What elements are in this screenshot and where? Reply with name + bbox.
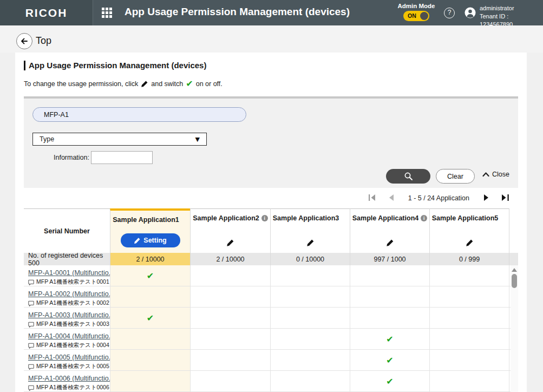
permission-cell[interactable]: ✔ — [110, 329, 190, 349]
permission-cell[interactable]: ✔ — [350, 286, 429, 307]
permission-cell[interactable]: ✔ — [190, 308, 270, 328]
app-header-3: Sample Application3 i — [270, 208, 350, 253]
chevron-down-icon: ▼ — [195, 136, 200, 143]
help-icon[interactable]: ? — [444, 8, 455, 18]
table-row: MFP-A1-0006 (Multifunctio... MFP A1機番検索テ… — [24, 371, 518, 392]
permission-cell[interactable]: ✔ — [190, 371, 270, 391]
permission-cell[interactable]: ✔ — [429, 308, 509, 328]
comment-icon — [28, 322, 34, 328]
pagination-label: 1 - 5 / 24 Application — [408, 194, 469, 202]
device-link[interactable]: MFP-A1-0003 (Multifunctio... — [28, 311, 114, 319]
pagination: 1 - 5 / 24 Application — [24, 188, 518, 208]
keyword-input[interactable] — [32, 107, 246, 122]
device-link[interactable]: MFP-A1-0005 (Multifunctio... — [28, 354, 114, 361]
permission-cell[interactable]: ✔ — [110, 265, 190, 286]
permission-cell[interactable]: ✔ — [190, 350, 270, 370]
permission-cell[interactable]: ✔ — [429, 371, 509, 391]
check-icon: ✔ — [186, 79, 193, 89]
scroll-up-arrow-icon[interactable] — [512, 268, 517, 272]
permission-cell[interactable]: ✔ — [350, 371, 429, 391]
permission-cell[interactable]: ✔ — [270, 329, 350, 349]
edit-permission-button[interactable] — [430, 238, 509, 247]
device-subtext: MFP A1機番検索テスト0004 — [36, 342, 109, 349]
pencil-icon — [134, 237, 141, 244]
permission-cell[interactable]: ✔ — [350, 329, 429, 349]
permission-cell[interactable]: ✔ — [350, 350, 429, 370]
edit-permission-button[interactable] — [350, 238, 429, 247]
info-icon[interactable]: i — [421, 215, 427, 221]
permission-cell[interactable]: ✔ — [110, 308, 190, 328]
registered-devices-label: No. of registered devices 500 — [24, 253, 110, 265]
app-header-5: Sample Application5 i — [429, 208, 509, 253]
app-header-4: Sample Application4 i — [350, 208, 429, 253]
permission-cell[interactable]: ✔ — [270, 371, 350, 391]
permission-table: Serial Number Sample Application1 i Sett… — [24, 208, 518, 392]
pencil-icon — [141, 80, 148, 88]
previous-page-button[interactable] — [388, 194, 394, 202]
permission-cell[interactable]: ✔ — [190, 329, 270, 349]
permission-cell[interactable]: ✔ — [429, 350, 509, 370]
permission-cell[interactable]: ✔ — [110, 350, 190, 370]
registered-count-app2: 2 / 10000 — [190, 253, 270, 265]
back-label[interactable]: Top — [36, 35, 51, 47]
back-button[interactable] — [16, 33, 32, 49]
device-link[interactable]: MFP-A1-0001 (Multifunctio... — [28, 269, 114, 277]
admin-mode-label: Admin Mode — [397, 3, 436, 9]
table-row: MFP-A1-0004 (Multifunctio... MFP A1機番検索テ… — [24, 329, 518, 350]
breadcrumb: Top — [0, 25, 543, 53]
apps-grid-icon[interactable] — [102, 8, 112, 18]
permission-cell[interactable]: ✔ — [110, 371, 190, 391]
permission-cell[interactable]: ✔ — [110, 286, 190, 307]
app-header-2: Sample Application2 i — [190, 208, 270, 253]
permission-cell[interactable]: ✔ — [270, 286, 350, 307]
toggle-knob — [420, 12, 428, 20]
page-title: App Usage Permission Management (devices… — [24, 61, 206, 70]
device-link[interactable]: MFP-A1-0004 (Multifunctio... — [28, 332, 114, 340]
device-link[interactable]: MFP-A1-0006 (Multifunctio... — [28, 375, 114, 382]
admin-mode-toggle[interactable]: ON — [403, 11, 429, 21]
comment-icon — [28, 279, 34, 285]
setting-button[interactable]: Setting — [121, 233, 180, 247]
next-page-button[interactable] — [483, 194, 489, 202]
type-dropdown[interactable]: Type ▼ — [32, 133, 207, 146]
info-icon[interactable]: i — [261, 215, 268, 221]
table-header-row: Serial Number Sample Application1 i Sett… — [24, 208, 518, 253]
device-subtext: MFP A1機番検索テスト0001 — [36, 278, 109, 286]
pencil-icon — [226, 239, 234, 247]
permission-cell[interactable]: ✔ — [270, 308, 350, 328]
table-row: MFP-A1-0001 (Multifunctio... MFP A1機番検索テ… — [24, 265, 518, 286]
information-input[interactable] — [91, 151, 153, 164]
close-button[interactable]: Close — [482, 171, 509, 178]
content-panel: App Usage Permission Management (devices… — [15, 53, 527, 392]
permission-cell[interactable]: ✔ — [190, 286, 270, 307]
device-link[interactable]: MFP-A1-0002 (Multifunctio... — [28, 290, 114, 298]
table-row: MFP-A1-0003 (Multifunctio... MFP A1機番検索テ… — [24, 308, 518, 329]
permission-cell[interactable]: ✔ — [190, 265, 270, 286]
type-dropdown-label: Type — [40, 135, 54, 143]
clear-button[interactable]: Clear — [436, 169, 475, 184]
permission-cell[interactable]: ✔ — [429, 329, 509, 349]
pencil-icon — [306, 239, 315, 247]
ricoh-logo: RICOH — [25, 6, 68, 19]
permission-cell[interactable]: ✔ — [350, 308, 429, 328]
edit-permission-button[interactable] — [191, 238, 270, 247]
permission-cell[interactable]: ✔ — [270, 350, 350, 370]
device-subtext: MFP A1機番検索テスト0002 — [36, 299, 109, 307]
table-scrollbar[interactable] — [511, 265, 518, 392]
search-button[interactable] — [386, 169, 430, 184]
permission-cell[interactable]: ✔ — [350, 265, 429, 286]
registered-count-app1: 2 / 10000 — [110, 253, 190, 265]
comment-icon — [28, 343, 34, 349]
app-title: App Usage Permission Management (devices… — [125, 6, 350, 18]
permission-cell[interactable]: ✔ — [270, 265, 350, 286]
scrollbar-thumb[interactable] — [512, 274, 517, 288]
first-page-button[interactable] — [368, 194, 376, 202]
device-subtext: MFP A1機番検索テスト0005 — [36, 363, 109, 370]
last-page-button[interactable] — [501, 194, 509, 202]
comment-icon — [28, 385, 34, 391]
permission-cell[interactable]: ✔ — [429, 265, 509, 286]
instruction-text: To change the usage permission, click an… — [24, 79, 223, 89]
permission-cell[interactable]: ✔ — [429, 286, 509, 307]
user-icon[interactable] — [465, 7, 476, 18]
edit-permission-button[interactable] — [271, 238, 350, 247]
